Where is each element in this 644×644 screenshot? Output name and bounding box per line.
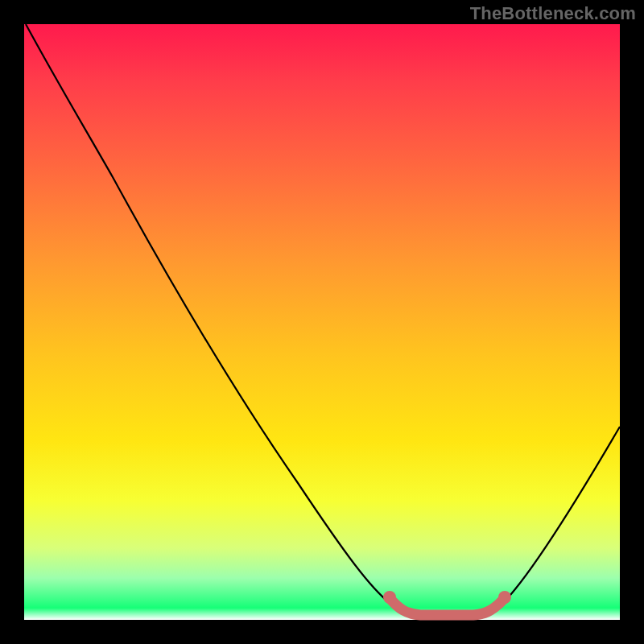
chart-svg [24, 24, 620, 620]
ribbon-end-dot [498, 591, 511, 604]
watermark-text: TheBottleneck.com [470, 3, 636, 24]
chart-plot-area [24, 24, 620, 620]
trough-ribbon [390, 598, 505, 615]
bottleneck-curve [26, 24, 620, 617]
